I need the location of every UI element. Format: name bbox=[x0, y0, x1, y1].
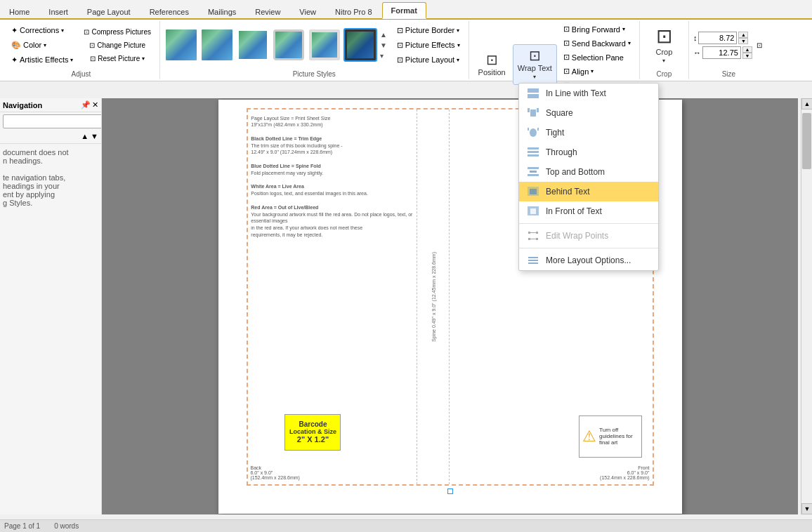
wrap-top-bottom-item[interactable]: Top and Bottom bbox=[519, 162, 658, 182]
reset-icon: ⊡ bbox=[90, 55, 96, 62]
sidebar-pin-icon[interactable]: 📌 bbox=[81, 100, 91, 109]
tab-insert[interactable]: Insert bbox=[39, 4, 77, 19]
position-button[interactable]: ⊡ Position bbox=[473, 44, 511, 85]
sidebar-close-icon[interactable]: ✕ bbox=[92, 100, 98, 109]
navigation-search-input[interactable] bbox=[3, 114, 102, 128]
scroll-up-button[interactable]: ▲ bbox=[801, 98, 812, 109]
style-thumb-3[interactable] bbox=[236, 28, 270, 62]
tab-page-layout[interactable]: Page Layout bbox=[78, 4, 140, 19]
height-input[interactable] bbox=[698, 32, 737, 44]
nav-info-1: document does not bbox=[3, 148, 98, 157]
align-button[interactable]: ⊡ Align ▾ bbox=[559, 65, 635, 78]
scrollbar-thumb[interactable] bbox=[802, 113, 811, 169]
bring-forward-button[interactable]: ⊡ Bring Forward ▾ bbox=[559, 22, 635, 36]
wrap-edit-points-item: Edit Wrap Points bbox=[519, 226, 658, 246]
picture-layout-button[interactable]: ⊡ Picture Layout ▾ bbox=[393, 53, 464, 67]
nav-info-5: ent by applying bbox=[3, 190, 98, 199]
word-count: 0 words bbox=[54, 522, 79, 530]
wrap-inline-item[interactable]: In Line with Text bbox=[519, 84, 658, 103]
crop-button[interactable]: ⊡ Crop ▾ bbox=[648, 25, 679, 65]
svg-rect-24 bbox=[528, 257, 538, 258]
edit-points-icon bbox=[526, 230, 540, 242]
picture-border-button[interactable]: ⊡ Picture Border ▾ bbox=[393, 24, 464, 37]
width-spin-down[interactable]: ▼ bbox=[742, 53, 752, 59]
tab-review[interactable]: Review bbox=[246, 4, 289, 19]
corrections-button[interactable]: ✦ Corrections ▾ bbox=[7, 24, 77, 37]
svg-rect-7 bbox=[537, 128, 539, 131]
wrap-icon: ⊡ bbox=[529, 48, 541, 62]
nav-info-2: n headings. bbox=[3, 157, 98, 165]
style-thumb-2[interactable] bbox=[200, 28, 234, 62]
send-backward-icon: ⊡ bbox=[563, 39, 570, 48]
color-icon: 🎨 bbox=[11, 41, 21, 50]
top-bottom-wrap-icon bbox=[526, 166, 540, 178]
artistic-effects-button[interactable]: ✦ Artistic Effects ▾ bbox=[7, 53, 77, 67]
wrap-through-item[interactable]: Through bbox=[519, 142, 658, 162]
style-thumb-6[interactable] bbox=[343, 28, 377, 62]
position-icon: ⊡ bbox=[486, 53, 498, 67]
selection-pane-button[interactable]: ⊡ Selection Pane bbox=[559, 51, 635, 64]
border-dropdown-arrow[interactable]: ▾ bbox=[457, 27, 459, 34]
selection-handle-bottom[interactable] bbox=[447, 488, 453, 494]
crop-icon: ⊡ bbox=[656, 27, 672, 46]
color-button[interactable]: 🎨 Color ▾ bbox=[7, 39, 77, 52]
nav-up-icon[interactable]: ▲ bbox=[81, 132, 89, 140]
tab-home[interactable]: Home bbox=[0, 4, 39, 19]
front-wrap-icon bbox=[526, 205, 540, 218]
wrap-behind-item[interactable]: Behind Text bbox=[519, 182, 658, 201]
change-picture-button[interactable]: ⊡ Change Picture bbox=[85, 39, 150, 51]
gallery-scroll-up[interactable]: ▲ bbox=[379, 30, 388, 39]
wrap-dropdown-arrow[interactable]: ▾ bbox=[533, 74, 536, 80]
back-corner-label: Back 6.0" x 9.0" (152.4mm x 228.6mm) bbox=[251, 465, 300, 480]
effects-dropdown-arrow[interactable]: ▾ bbox=[457, 42, 460, 48]
wrap-square-item[interactable]: Square bbox=[519, 103, 658, 123]
ribbon-group-picture-styles: ▲ ▼ ▾ ⊡ Picture Border ▾ ⊡ Picture Effec… bbox=[160, 21, 469, 79]
tab-references[interactable]: References bbox=[140, 4, 198, 19]
tab-view[interactable]: View bbox=[290, 4, 325, 19]
layout-dropdown-arrow[interactable]: ▾ bbox=[457, 57, 459, 63]
sidebar-title: Navigation bbox=[3, 101, 42, 109]
reset-dropdown-arrow[interactable]: ▾ bbox=[142, 55, 145, 62]
book-back-cover: Page Layout Size = Print Sheet Size 19"x… bbox=[248, 109, 418, 484]
style-thumb-4[interactable] bbox=[272, 28, 306, 62]
style-thumb-5[interactable] bbox=[308, 28, 341, 62]
corrections-icon: ✦ bbox=[11, 26, 18, 35]
status-bar: Page 1 of 1 0 words bbox=[0, 519, 812, 532]
wrap-text-button[interactable]: ⊡ Wrap Text ▾ bbox=[513, 44, 557, 85]
scrollbar-track[interactable] bbox=[801, 109, 812, 503]
gallery-scroll-down[interactable]: ▼ bbox=[379, 41, 388, 50]
height-spin-down[interactable]: ▼ bbox=[738, 38, 748, 44]
corrections-dropdown-arrow[interactable]: ▾ bbox=[61, 27, 64, 34]
artistic-dropdown-arrow[interactable]: ▾ bbox=[70, 57, 73, 63]
svg-rect-13 bbox=[528, 174, 539, 176]
color-dropdown-arrow[interactable]: ▾ bbox=[44, 42, 46, 48]
svg-rect-10 bbox=[528, 154, 539, 157]
svg-rect-9 bbox=[528, 151, 539, 153]
scroll-down-button[interactable]: ▼ bbox=[801, 503, 812, 514]
nav-info-4: headings in your bbox=[3, 182, 98, 190]
ribbon-group-size: ↕ ▲ ▼ ↔ ▲ ▼ ⊡ bbox=[689, 21, 768, 79]
square-wrap-icon bbox=[526, 107, 540, 119]
navigation-sidebar: Navigation 📌 ✕ 🔍 ▲ ▼ document does not n… bbox=[0, 98, 102, 514]
size-expand-icon[interactable]: ⊡ bbox=[757, 41, 762, 49]
width-spin-up[interactable]: ▲ bbox=[742, 46, 752, 53]
nav-down-icon[interactable]: ▼ bbox=[91, 132, 98, 140]
height-spin-up[interactable]: ▲ bbox=[738, 32, 748, 38]
tab-format[interactable]: Format bbox=[382, 2, 426, 19]
compress-button[interactable]: ⊡ Compress Pictures bbox=[79, 26, 155, 38]
style-thumb-1[interactable] bbox=[164, 28, 198, 62]
picture-effects-button[interactable]: ⊡ Picture Effects ▾ bbox=[393, 39, 464, 52]
svg-rect-1 bbox=[528, 94, 539, 98]
tab-mailings[interactable]: Mailings bbox=[199, 4, 245, 19]
wrap-more-options-item[interactable]: More Layout Options... bbox=[519, 251, 658, 270]
wrap-front-item[interactable]: In Front of Text bbox=[519, 201, 658, 221]
wrap-separator-2 bbox=[519, 248, 658, 248]
spine-label: Spine 0.49" x 9.0" (12.45mm x 228.6mm) bbox=[431, 252, 436, 342]
width-input[interactable] bbox=[702, 46, 741, 59]
wrap-tight-item[interactable]: Tight bbox=[519, 123, 658, 142]
gallery-expand[interactable]: ▾ bbox=[379, 51, 388, 60]
ribbon-tabs: Home Insert Page Layout References Maili… bbox=[0, 0, 812, 20]
send-backward-button[interactable]: ⊡ Send Backward ▾ bbox=[559, 36, 635, 50]
reset-picture-button[interactable]: ⊡ Reset Picture ▾ bbox=[86, 53, 149, 65]
tab-nitro[interactable]: Nitro Pro 8 bbox=[326, 4, 381, 19]
